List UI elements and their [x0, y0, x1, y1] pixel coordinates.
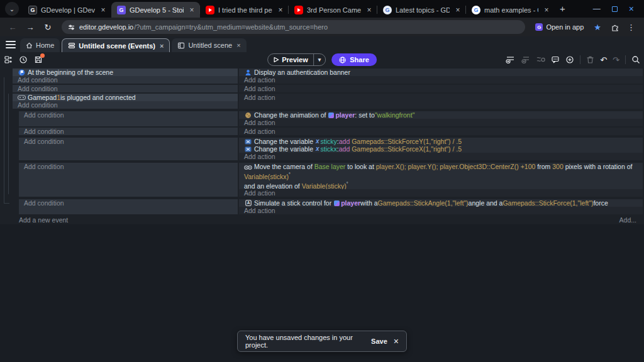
- action-change-variable-stickx[interactable]: Change the variable xstickx: add Gamepad…: [239, 145, 643, 153]
- save-icon[interactable]: [34, 55, 43, 64]
- add-action-link[interactable]: Add action: [239, 207, 643, 214]
- tab-scene[interactable]: Untitled scene ×: [172, 38, 246, 52]
- add-action-link[interactable]: Add action: [239, 189, 643, 197]
- event-block: Add condition Move the camera of Base la…: [19, 163, 643, 197]
- stick-control-icon: A: [244, 200, 252, 207]
- extensions-icon[interactable]: [608, 23, 623, 31]
- action-simulate-stick[interactable]: A Simulate a stick control for player wi…: [239, 199, 643, 207]
- event-block: Add condition A Simulate a stick control…: [19, 199, 643, 214]
- add-condition-link[interactable]: Add condition: [13, 101, 238, 109]
- add-action-link[interactable]: Add action: [239, 85, 643, 92]
- redo-icon[interactable]: ↷: [613, 56, 619, 64]
- action-change-animation[interactable]: Change the animation of player: set to "…: [239, 111, 643, 119]
- event-block: Add condition Change the variable xstick…: [19, 138, 643, 160]
- add-action-link[interactable]: Add action: [239, 76, 643, 84]
- scene-icon: [177, 42, 185, 49]
- browser-menu-icon[interactable]: ⋮: [626, 23, 639, 32]
- url-path: /?utm_campaign=try&utm_medium=website&ut…: [134, 23, 519, 31]
- player-object-icon: [328, 112, 334, 118]
- undo-icon[interactable]: ↶: [600, 56, 607, 64]
- add-action-link[interactable]: Add action: [239, 119, 643, 126]
- action-auth-banner[interactable]: Display an authentication banner: [239, 69, 643, 76]
- add-comment-icon[interactable]: [551, 55, 560, 64]
- snackbar-save-button[interactable]: Save: [371, 337, 387, 345]
- new-tab-button[interactable]: +: [560, 3, 565, 14]
- add-condition-link[interactable]: Add condition: [19, 138, 238, 145]
- browser-tab-forum[interactable]: G Latest topics - GDevelop Fo ×: [377, 2, 466, 18]
- tab-search-button[interactable]: ⌄: [5, 2, 19, 16]
- restore-icon[interactable]: [612, 6, 618, 12]
- add-more-link[interactable]: Add...: [619, 216, 636, 224]
- add-subevent-icon[interactable]: [521, 55, 530, 64]
- svg-text:A: A: [247, 200, 250, 205]
- events-sheet-icon: [68, 42, 75, 49]
- preview-button[interactable]: Preview ▾: [267, 53, 326, 66]
- add-condition-link[interactable]: Add condition: [13, 85, 238, 92]
- condition-gamepad-connected[interactable]: Gamepad 1 is plugged and connected: [13, 94, 238, 101]
- action-change-variable-sticky[interactable]: Change the variable xsticky: add Gamepad…: [239, 138, 643, 145]
- tab-close-icon[interactable]: ×: [365, 6, 374, 14]
- add-condition-link[interactable]: Add condition: [19, 163, 238, 170]
- tab-scene-events[interactable]: Untitled scene (Events) ×: [62, 38, 170, 52]
- tab-close-icon[interactable]: ×: [99, 6, 108, 14]
- address-bar[interactable]: editor.gdevelop.io /?utm_campaign=try&ut…: [62, 20, 525, 34]
- tab-close-icon[interactable]: ×: [453, 6, 462, 14]
- close-tab-icon[interactable]: ×: [236, 41, 240, 49]
- add-action-link[interactable]: Add action: [239, 128, 643, 135]
- events-toolbar: Preview ▾ Share: [0, 52, 644, 67]
- project-manager-menu-icon[interactable]: [1, 37, 20, 52]
- delete-icon[interactable]: [586, 55, 594, 64]
- tab-close-icon[interactable]: ×: [542, 6, 551, 14]
- condition-begin-scene[interactable]: At the beginning of the scene: [13, 69, 238, 76]
- close-window-icon[interactable]: ×: [629, 4, 634, 14]
- back-icon[interactable]: ←: [5, 19, 20, 35]
- close-tab-icon[interactable]: ×: [160, 42, 164, 50]
- event-block: Add condition Add action: [13, 85, 643, 92]
- add-condition-link[interactable]: Add condition: [13, 76, 238, 84]
- action-move-camera[interactable]: Move the camera of Base layer to look at…: [239, 163, 643, 189]
- add-action-link[interactable]: Add action: [239, 153, 643, 160]
- version-history-icon[interactable]: [19, 55, 28, 64]
- globe-icon: [339, 57, 346, 63]
- variable-action-icon: [244, 138, 252, 145]
- gdevelop-app: Home Untitled scene (Events) × Untitled …: [0, 36, 644, 224]
- gamepad-icon: [18, 94, 26, 101]
- browser-tab-gdevelop-editor[interactable]: G GDevelop 5 - Stoic Nest * - G ×: [111, 2, 200, 18]
- snackbar-close-icon[interactable]: ×: [394, 336, 399, 346]
- choose-event-icon[interactable]: [565, 55, 574, 64]
- add-event-icon[interactable]: [506, 55, 515, 64]
- camera-icon: [244, 164, 252, 171]
- add-condition-link[interactable]: Add condition: [19, 111, 238, 119]
- search-icon[interactable]: [631, 55, 640, 64]
- add-condition-link[interactable]: Add condition: [19, 128, 238, 135]
- browser-tab-youtube-2[interactable]: 3rd Person Camera in Gdev ×: [289, 2, 377, 18]
- share-button[interactable]: Share: [331, 53, 377, 66]
- browser-window: ⌄ G GDevelop | GDevelop × G GDevelop 5 -…: [0, 0, 644, 362]
- add-condition-link[interactable]: Add condition: [19, 199, 238, 207]
- tab-close-icon[interactable]: ×: [187, 6, 196, 14]
- tab-home[interactable]: Home: [20, 38, 60, 52]
- gdevelop-forum-favicon: G: [383, 6, 392, 14]
- editor-tab-bar: Home Untitled scene (Events) × Untitled …: [0, 36, 644, 52]
- add-action-link[interactable]: Add action: [239, 94, 643, 101]
- preview-options-chevron-icon[interactable]: ▾: [313, 54, 326, 65]
- browser-tab-youtube-1[interactable]: I tried the third person persp ×: [200, 2, 289, 18]
- reload-icon[interactable]: ↻: [40, 19, 55, 35]
- event-block: Add condition Change the animation of pl…: [19, 111, 643, 126]
- editors-layout-icon[interactable]: [4, 55, 13, 64]
- browser-tab-gdevelop-home[interactable]: G GDevelop | GDevelop ×: [23, 2, 111, 18]
- tab-close-icon[interactable]: ×: [276, 6, 285, 14]
- browser-tab-google[interactable]: G math examples - Google Se ×: [466, 2, 555, 18]
- home-icon: [26, 42, 33, 49]
- forward-icon[interactable]: →: [23, 19, 38, 35]
- open-in-app-button[interactable]: G Open in app: [531, 23, 587, 31]
- add-new-event-link[interactable]: Add a new event: [19, 216, 68, 224]
- variable-icon: x: [316, 145, 319, 153]
- site-settings-icon[interactable]: [68, 24, 75, 31]
- minimize-icon[interactable]: —: [593, 4, 601, 13]
- event-block: Gamepad 1 is plugged and connected Add c…: [13, 94, 643, 109]
- bookmark-star-icon[interactable]: ★: [590, 23, 605, 32]
- add-other-event-icon[interactable]: [536, 55, 545, 64]
- play-icon: [273, 57, 279, 63]
- window-controls: — ×: [593, 4, 644, 18]
